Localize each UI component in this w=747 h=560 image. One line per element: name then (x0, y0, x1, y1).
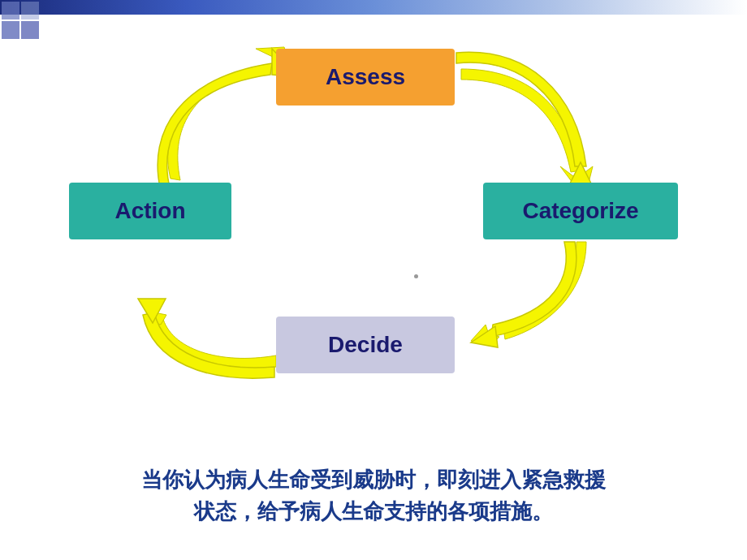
assess-label: Assess (326, 64, 405, 90)
categorize-label: Categorize (522, 198, 638, 224)
action-box: Action (69, 183, 231, 239)
diagram-container: Assess Categorize Decide Action (41, 24, 706, 414)
footer-line1: 当你认为病人生命受到威胁时，即刻进入紧急救援 (0, 464, 747, 496)
categorize-box: Categorize (483, 183, 678, 239)
decide-box: Decide (276, 317, 455, 373)
footer-text: 当你认为病人生命受到威胁时，即刻进入紧急救援 状态，给予病人生命支持的各项措施。 (0, 464, 747, 528)
footer-line2: 状态，给予病人生命支持的各项措施。 (0, 496, 747, 528)
decide-label: Decide (328, 332, 403, 358)
header-bar (0, 0, 747, 15)
assess-box: Assess (276, 49, 455, 106)
action-label: Action (114, 198, 185, 224)
center-dot (414, 274, 418, 278)
